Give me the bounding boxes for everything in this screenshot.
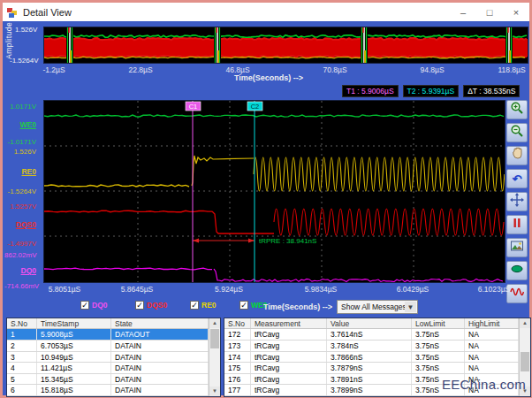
messages-dropdown[interactable]: Show All Messages ▼ [337,300,418,314]
channel-checkbox-dq0[interactable]: ✓DQ0 [80,301,107,310]
column-header[interactable]: S.No [224,318,251,328]
channel-value-label: 1.526V [4,148,36,156]
maximize-button[interactable]: □ [476,3,503,21]
table-cell: 3.75nS [412,329,465,340]
svg-text:C2: C2 [251,103,260,111]
column-header[interactable]: State [111,318,209,328]
checkbox-icon[interactable]: ✓ [239,301,248,310]
zoom-in-icon [510,101,524,119]
detail-plot[interactable]: tRPRE : 38.941nS C1 C2 [43,100,505,283]
cursors-icon [510,216,524,233]
table-cell: 174 [224,352,251,363]
table-cell: DATAIN [111,374,209,385]
zoom-out-button[interactable] [506,123,528,142]
move-button[interactable] [506,192,528,211]
axis-tick-label: 6.1023µS [478,285,511,294]
column-header[interactable]: TimeStamp [37,318,111,328]
axis-tick-label: 94.8µS [420,65,444,74]
minimize-button[interactable]: – [450,3,476,21]
table-cell: tRCavg [251,352,327,363]
overview-vmax-label: 1.526V [15,26,37,34]
overview-vmin-label: -1.5264V [10,57,38,65]
axis-tick-label: 5.8051µS [49,285,81,294]
table-row[interactable]: 615.818µSDATAIN [7,385,209,396]
table-row[interactable]: 411.421µSDATAIN [7,363,209,374]
table-row[interactable]: 15.9008µSDATAOUT [7,329,209,341]
table-cell: NA [465,341,519,351]
checkbox-icon[interactable]: ✓ [135,301,144,310]
table-row[interactable]: 175tRCavg3.7879nS3.75nSNA [224,363,519,374]
column-header[interactable]: Value [327,318,412,328]
table-cell: tRCavg [251,329,327,340]
channel-value-label: -1.5264V [4,188,36,195]
channel-checkbox-re0[interactable]: ✓RE0 [190,301,217,310]
table-cell: 176 [224,374,251,385]
pan-button[interactable] [506,146,528,165]
column-header[interactable]: Measurement [251,318,327,328]
timestamp-table-scrollbar[interactable]: ▲ ▼ [209,318,220,396]
zoom-in-button[interactable] [506,100,528,119]
table-cell: DATAIN [111,352,209,363]
table-cell: tRCavg [251,385,327,395]
table-row[interactable]: 310.949µSDATAIN [7,352,209,364]
overview-plot[interactable] [43,27,528,64]
column-header[interactable]: LowLimit [412,318,465,328]
cursor-c2-badge[interactable]: C2 [247,102,262,111]
table-cell: 175 [224,363,251,373]
table-cell: 2 [7,341,37,351]
table-cell: 15.345µS [37,374,111,385]
table-row[interactable]: 173tRCavg3.784nS3.75nSNA [224,341,519,352]
axis-tick-label: -1.2µS [42,65,65,74]
svg-text:C1: C1 [189,103,198,111]
undo-button[interactable]: ↶ [506,169,528,188]
channel-checkbox-dqs0[interactable]: ✓DQS0 [135,301,167,310]
channel-name-label: RE0 [4,167,36,176]
scrollbar-thumb[interactable] [210,329,219,348]
column-header[interactable]: HighLimit [465,318,519,328]
table-cell: tRCavg [251,363,327,373]
table-row[interactable]: 26.7053µSDATAIN [7,341,209,352]
axis-tick-label: 5.924µS [215,285,243,294]
table-cell: 6.7053µS [37,341,111,351]
trpre-annotation: tRPRE : 38.941nS [259,237,316,245]
table-cell: 3.784nS [327,341,412,351]
scroll-up-icon[interactable]: ▲ [520,318,530,328]
scroll-down-icon[interactable]: ▼ [209,387,220,396]
axis-tick-label: 70.8µS [323,65,346,74]
channel-checkbox-label: DQ0 [92,301,107,310]
ellipse-button[interactable] [506,261,528,280]
table-cell: 3.75nS [412,341,465,351]
table-cell: 6 [7,385,37,395]
table-row[interactable]: 172tRCavg3.7614nS3.75nSNA [224,329,519,341]
table-cell: 5.9008µS [37,329,111,340]
scroll-up-icon[interactable]: ▲ [209,318,220,328]
table-cell: 3.7879nS [327,363,412,373]
cursor-c1-badge[interactable]: C1 [186,102,201,111]
cursor-readouts: T1 : 5.9006µS T2 : 5.9391µS ΔT : 38.535n… [342,85,520,97]
table-cell: DATAOUT [111,329,209,340]
undo-icon: ↶ [513,173,522,185]
pan-icon [510,147,524,165]
cursors-button[interactable] [506,215,528,234]
table-row[interactable]: 515.345µSDATAIN [7,374,209,386]
close-button[interactable]: × [503,3,529,21]
overview-waveform [44,27,528,63]
table-cell: 173 [224,341,251,351]
scrollbar-thumb[interactable] [521,352,529,371]
channel-name-label: DQ0 [4,266,36,275]
column-header[interactable]: S.No [7,318,37,328]
table-row[interactable]: 174tRCavg3.7866nS3.75nSNA [224,352,519,364]
table-cell: DATAIN [111,363,209,373]
channel-value-label: -1.0171V [4,138,36,146]
checkbox-icon[interactable]: ✓ [80,301,89,310]
chevron-down-icon[interactable]: ▼ [405,302,416,312]
table-cell: 11.421µS [37,363,111,373]
axis-tick-label: 6.0429µS [397,285,429,294]
t2-readout: T2 : 5.9391µS [403,85,460,97]
channel-name-label: DQS0 [4,220,36,229]
checkbox-icon[interactable]: ✓ [190,301,199,310]
table-cell: tRCavg [251,374,327,385]
snapshot-icon [510,239,524,256]
snapshot-button[interactable] [506,238,528,257]
timestamp-table-header: S.NoTimeStampState [7,318,209,329]
